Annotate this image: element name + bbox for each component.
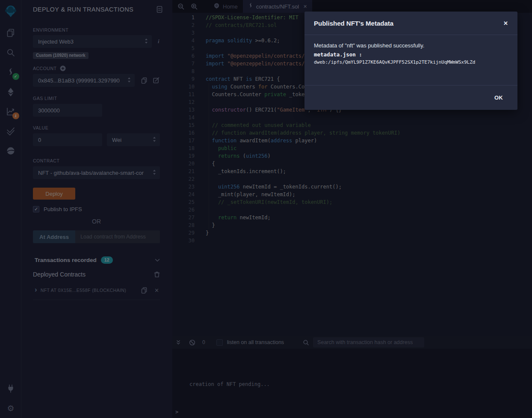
modal-message: Metadata of "nft" was published successf… bbox=[314, 42, 508, 49]
ipfs-link[interactable]: dweb:/ipfs/QmYL9P1Z7KE6AQvKJPFF52SX1p2TE… bbox=[314, 59, 508, 65]
modal-close-icon[interactable]: ✕ bbox=[503, 20, 508, 26]
metadata-filename: metadata.json : bbox=[314, 51, 508, 58]
remix-ide-window: ✓ 1 bbox=[0, 0, 532, 418]
ok-button[interactable]: OK bbox=[494, 94, 503, 101]
published-metadata-modal: Published NFT's Metadata ✕ Metadata of "… bbox=[304, 12, 517, 110]
modal-title: Published NFT's Metadata bbox=[314, 20, 503, 27]
